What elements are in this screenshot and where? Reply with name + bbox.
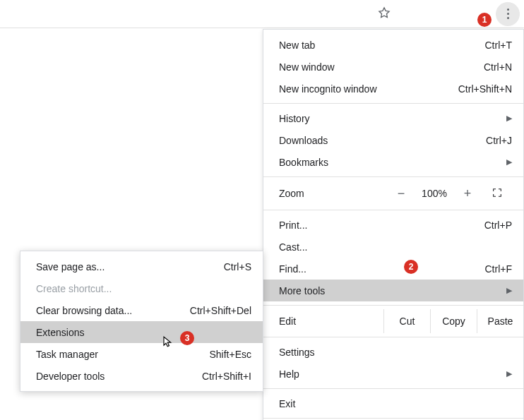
- menu-label: Task manager: [36, 349, 209, 360]
- menu-label: Developer tools: [36, 371, 202, 382]
- menu-more-tools[interactable]: More tools ▶: [263, 280, 523, 301]
- vertical-dots-icon: [507, 8, 509, 19]
- chrome-menu-button[interactable]: [496, 2, 520, 26]
- chevron-right-icon: ▶: [506, 157, 512, 167]
- menu-edit-row: Edit Cut Copy Paste: [263, 309, 523, 333]
- menu-separator: [263, 103, 523, 104]
- menu-label: Settings: [279, 347, 512, 358]
- menu-new-window[interactable]: New window Ctrl+N: [263, 56, 523, 78]
- menu-find[interactable]: Find... Ctrl+F: [263, 258, 523, 280]
- menu-shortcut: Shift+Esc: [209, 349, 251, 360]
- step-badge-2: 2: [404, 260, 418, 274]
- menu-shortcut: Ctrl+P: [484, 220, 512, 231]
- fullscreen-icon: [492, 187, 503, 200]
- menu-cast[interactable]: Cast...: [263, 236, 523, 258]
- menu-label: Downloads: [279, 135, 486, 146]
- menu-new-incognito[interactable]: New incognito window Ctrl+Shift+N: [263, 78, 523, 100]
- fullscreen-button[interactable]: [482, 187, 512, 200]
- more-tools-submenu: Save page as... Ctrl+S Create shortcut..…: [20, 251, 263, 392]
- chevron-right-icon: ▶: [506, 369, 512, 378]
- zoom-in-button[interactable]: +: [453, 186, 482, 201]
- bookmark-star-button[interactable]: [371, 1, 397, 27]
- submenu-developer-tools[interactable]: Developer tools Ctrl+Shift+I: [20, 365, 263, 387]
- zoom-value: 100%: [416, 188, 453, 199]
- step-badge-1: 1: [477, 13, 492, 27]
- cut-button[interactable]: Cut: [383, 309, 430, 333]
- menu-shortcut: Ctrl+Shift+I: [202, 371, 251, 382]
- menu-shortcut: Ctrl+T: [485, 40, 513, 51]
- menu-downloads[interactable]: Downloads Ctrl+J: [263, 129, 523, 151]
- zoom-label: Zoom: [279, 188, 386, 199]
- menu-separator: [263, 210, 523, 210]
- menu-label: Save page as...: [36, 261, 224, 272]
- menu-separator: [263, 388, 523, 389]
- menu-separator: [263, 305, 523, 306]
- menu-label: Bookmarks: [279, 157, 501, 168]
- submenu-task-manager[interactable]: Task manager Shift+Esc: [20, 343, 263, 365]
- zoom-out-button[interactable]: −: [386, 186, 416, 201]
- menu-label: More tools: [279, 285, 501, 296]
- submenu-clear-browsing-data[interactable]: Clear browsing data... Ctrl+Shift+Del: [20, 299, 263, 321]
- submenu-extensions[interactable]: Extensions: [20, 321, 263, 343]
- copy-button[interactable]: Copy: [430, 309, 477, 333]
- step-badge-3: 3: [180, 331, 194, 345]
- menu-bookmarks[interactable]: Bookmarks ▶: [263, 151, 523, 173]
- submenu-save-page[interactable]: Save page as... Ctrl+S: [20, 256, 263, 277]
- submenu-create-shortcut: Create shortcut...: [20, 277, 263, 299]
- menu-separator: [263, 418, 523, 419]
- menu-shortcut: Ctrl+J: [486, 135, 512, 146]
- menu-shortcut: Ctrl+Shift+N: [458, 83, 512, 95]
- menu-label: Create shortcut...: [36, 283, 251, 294]
- menu-label: Cast...: [279, 241, 512, 253]
- menu-separator: [263, 337, 523, 337]
- menu-separator: [263, 176, 523, 177]
- browser-toolbar: [0, 0, 524, 28]
- chrome-menu: New tab Ctrl+T New window Ctrl+N New inc…: [263, 29, 524, 420]
- menu-shortcut: Ctrl+N: [484, 61, 512, 73]
- menu-label: Exit: [279, 398, 512, 409]
- paste-button[interactable]: Paste: [477, 309, 523, 333]
- menu-label: Find...: [279, 263, 485, 275]
- menu-help[interactable]: Help ▶: [263, 363, 523, 385]
- edit-label: Edit: [263, 316, 383, 327]
- chevron-right-icon: ▶: [506, 114, 512, 123]
- menu-label: New incognito window: [279, 83, 458, 95]
- menu-new-tab[interactable]: New tab Ctrl+T: [263, 34, 523, 56]
- menu-label: Print...: [279, 220, 484, 231]
- menu-label: New window: [279, 61, 484, 73]
- menu-settings[interactable]: Settings: [263, 341, 523, 363]
- menu-label: Clear browsing data...: [36, 305, 190, 316]
- menu-label: New tab: [279, 40, 485, 51]
- menu-zoom-row: Zoom − 100% +: [263, 181, 523, 206]
- mouse-cursor-icon: [162, 335, 174, 350]
- menu-label: Help: [279, 368, 501, 380]
- menu-history[interactable]: History ▶: [263, 107, 523, 129]
- menu-label: Extensions: [36, 327, 251, 338]
- menu-exit[interactable]: Exit: [263, 392, 523, 414]
- menu-shortcut: Ctrl+S: [224, 261, 251, 272]
- menu-label: History: [279, 113, 501, 124]
- menu-print[interactable]: Print... Ctrl+P: [263, 214, 523, 236]
- menu-shortcut: Ctrl+Shift+Del: [190, 305, 251, 316]
- star-icon: [377, 6, 391, 22]
- chevron-right-icon: ▶: [506, 286, 512, 295]
- menu-shortcut: Ctrl+F: [485, 263, 513, 275]
